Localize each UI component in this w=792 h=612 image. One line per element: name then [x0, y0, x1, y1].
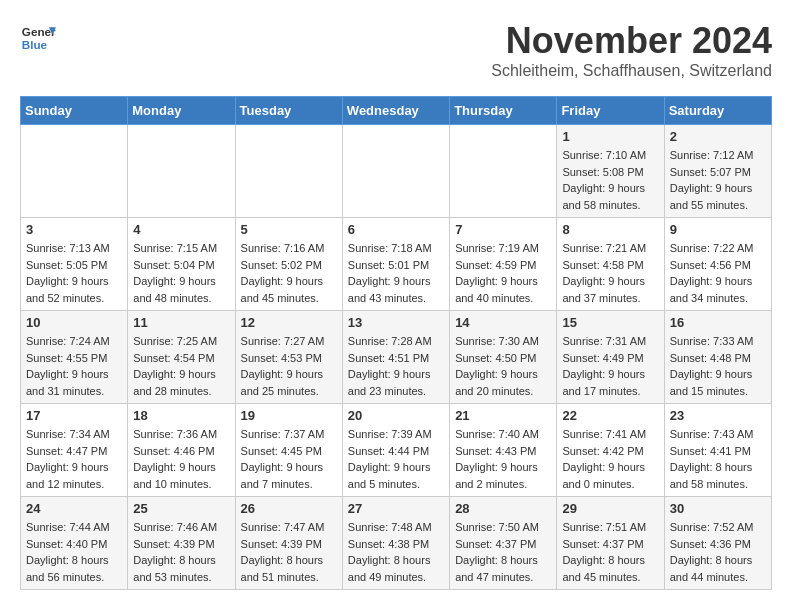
day-number: 17 [26, 408, 122, 423]
sunset-text: Sunset: 4:49 PM [562, 350, 658, 367]
daylight-text: Daylight: 9 hours and 12 minutes. [26, 459, 122, 492]
sunrise-text: Sunrise: 7:18 AM [348, 240, 444, 257]
sunrise-text: Sunrise: 7:28 AM [348, 333, 444, 350]
sunset-text: Sunset: 4:43 PM [455, 443, 551, 460]
daylight-text: Daylight: 8 hours and 44 minutes. [670, 552, 766, 585]
daylight-text: Daylight: 9 hours and 45 minutes. [241, 273, 337, 306]
sunset-text: Sunset: 4:37 PM [455, 536, 551, 553]
table-row [128, 125, 235, 218]
daylight-text: Daylight: 8 hours and 58 minutes. [670, 459, 766, 492]
sunset-text: Sunset: 4:47 PM [26, 443, 122, 460]
sunset-text: Sunset: 4:39 PM [241, 536, 337, 553]
table-row: 18Sunrise: 7:36 AMSunset: 4:46 PMDayligh… [128, 404, 235, 497]
sunrise-text: Sunrise: 7:37 AM [241, 426, 337, 443]
logo: General Blue [20, 20, 56, 56]
daylight-text: Daylight: 9 hours and 48 minutes. [133, 273, 229, 306]
sunrise-text: Sunrise: 7:15 AM [133, 240, 229, 257]
sunset-text: Sunset: 4:59 PM [455, 257, 551, 274]
day-number: 5 [241, 222, 337, 237]
table-row: 29Sunrise: 7:51 AMSunset: 4:37 PMDayligh… [557, 497, 664, 590]
daylight-text: Daylight: 9 hours and 25 minutes. [241, 366, 337, 399]
daylight-text: Daylight: 9 hours and 0 minutes. [562, 459, 658, 492]
daylight-text: Daylight: 9 hours and 37 minutes. [562, 273, 658, 306]
day-number: 10 [26, 315, 122, 330]
sunset-text: Sunset: 4:55 PM [26, 350, 122, 367]
table-row: 15Sunrise: 7:31 AMSunset: 4:49 PMDayligh… [557, 311, 664, 404]
daylight-text: Daylight: 8 hours and 56 minutes. [26, 552, 122, 585]
sunrise-text: Sunrise: 7:24 AM [26, 333, 122, 350]
sunrise-text: Sunrise: 7:41 AM [562, 426, 658, 443]
sunrise-text: Sunrise: 7:31 AM [562, 333, 658, 350]
daylight-text: Daylight: 9 hours and 43 minutes. [348, 273, 444, 306]
page-header: General Blue November 2024 Schleitheim, … [20, 20, 772, 80]
daylight-text: Daylight: 9 hours and 20 minutes. [455, 366, 551, 399]
daylight-text: Daylight: 9 hours and 15 minutes. [670, 366, 766, 399]
header-wednesday: Wednesday [342, 97, 449, 125]
sunset-text: Sunset: 5:07 PM [670, 164, 766, 181]
sunrise-text: Sunrise: 7:39 AM [348, 426, 444, 443]
day-number: 30 [670, 501, 766, 516]
daylight-text: Daylight: 9 hours and 5 minutes. [348, 459, 444, 492]
table-row: 11Sunrise: 7:25 AMSunset: 4:54 PMDayligh… [128, 311, 235, 404]
title-block: November 2024 Schleitheim, Schaffhausen,… [491, 20, 772, 80]
daylight-text: Daylight: 9 hours and 2 minutes. [455, 459, 551, 492]
table-row: 4Sunrise: 7:15 AMSunset: 5:04 PMDaylight… [128, 218, 235, 311]
day-info: Sunrise: 7:33 AMSunset: 4:48 PMDaylight:… [670, 333, 766, 399]
sunrise-text: Sunrise: 7:51 AM [562, 519, 658, 536]
daylight-text: Daylight: 8 hours and 49 minutes. [348, 552, 444, 585]
daylight-text: Daylight: 9 hours and 34 minutes. [670, 273, 766, 306]
sunset-text: Sunset: 5:02 PM [241, 257, 337, 274]
sunrise-text: Sunrise: 7:12 AM [670, 147, 766, 164]
daylight-text: Daylight: 9 hours and 52 minutes. [26, 273, 122, 306]
sunrise-text: Sunrise: 7:50 AM [455, 519, 551, 536]
table-row: 3Sunrise: 7:13 AMSunset: 5:05 PMDaylight… [21, 218, 128, 311]
sunrise-text: Sunrise: 7:30 AM [455, 333, 551, 350]
sunset-text: Sunset: 4:41 PM [670, 443, 766, 460]
daylight-text: Daylight: 9 hours and 58 minutes. [562, 180, 658, 213]
day-number: 23 [670, 408, 766, 423]
sunrise-text: Sunrise: 7:46 AM [133, 519, 229, 536]
daylight-text: Daylight: 9 hours and 40 minutes. [455, 273, 551, 306]
table-row: 22Sunrise: 7:41 AMSunset: 4:42 PMDayligh… [557, 404, 664, 497]
sunset-text: Sunset: 4:45 PM [241, 443, 337, 460]
calendar-table: Sunday Monday Tuesday Wednesday Thursday… [20, 96, 772, 590]
table-row: 25Sunrise: 7:46 AMSunset: 4:39 PMDayligh… [128, 497, 235, 590]
table-row: 26Sunrise: 7:47 AMSunset: 4:39 PMDayligh… [235, 497, 342, 590]
day-info: Sunrise: 7:30 AMSunset: 4:50 PMDaylight:… [455, 333, 551, 399]
table-row: 14Sunrise: 7:30 AMSunset: 4:50 PMDayligh… [450, 311, 557, 404]
sunrise-text: Sunrise: 7:16 AM [241, 240, 337, 257]
header-saturday: Saturday [664, 97, 771, 125]
day-info: Sunrise: 7:27 AMSunset: 4:53 PMDaylight:… [241, 333, 337, 399]
day-number: 28 [455, 501, 551, 516]
day-info: Sunrise: 7:10 AMSunset: 5:08 PMDaylight:… [562, 147, 658, 213]
day-info: Sunrise: 7:31 AMSunset: 4:49 PMDaylight:… [562, 333, 658, 399]
table-row: 10Sunrise: 7:24 AMSunset: 4:55 PMDayligh… [21, 311, 128, 404]
table-row [21, 125, 128, 218]
day-info: Sunrise: 7:43 AMSunset: 4:41 PMDaylight:… [670, 426, 766, 492]
sunset-text: Sunset: 4:48 PM [670, 350, 766, 367]
daylight-text: Daylight: 9 hours and 55 minutes. [670, 180, 766, 213]
table-row: 1Sunrise: 7:10 AMSunset: 5:08 PMDaylight… [557, 125, 664, 218]
day-number: 8 [562, 222, 658, 237]
table-row: 7Sunrise: 7:19 AMSunset: 4:59 PMDaylight… [450, 218, 557, 311]
day-number: 21 [455, 408, 551, 423]
table-row: 5Sunrise: 7:16 AMSunset: 5:02 PMDaylight… [235, 218, 342, 311]
sunrise-text: Sunrise: 7:19 AM [455, 240, 551, 257]
day-info: Sunrise: 7:34 AMSunset: 4:47 PMDaylight:… [26, 426, 122, 492]
header-monday: Monday [128, 97, 235, 125]
day-info: Sunrise: 7:51 AMSunset: 4:37 PMDaylight:… [562, 519, 658, 585]
day-number: 7 [455, 222, 551, 237]
sunrise-text: Sunrise: 7:13 AM [26, 240, 122, 257]
day-info: Sunrise: 7:52 AMSunset: 4:36 PMDaylight:… [670, 519, 766, 585]
sunrise-text: Sunrise: 7:44 AM [26, 519, 122, 536]
day-number: 29 [562, 501, 658, 516]
sunset-text: Sunset: 4:36 PM [670, 536, 766, 553]
header-tuesday: Tuesday [235, 97, 342, 125]
sunset-text: Sunset: 5:01 PM [348, 257, 444, 274]
sunset-text: Sunset: 4:58 PM [562, 257, 658, 274]
sunset-text: Sunset: 4:53 PM [241, 350, 337, 367]
day-info: Sunrise: 7:44 AMSunset: 4:40 PMDaylight:… [26, 519, 122, 585]
table-row: 30Sunrise: 7:52 AMSunset: 4:36 PMDayligh… [664, 497, 771, 590]
day-info: Sunrise: 7:46 AMSunset: 4:39 PMDaylight:… [133, 519, 229, 585]
header-friday: Friday [557, 97, 664, 125]
